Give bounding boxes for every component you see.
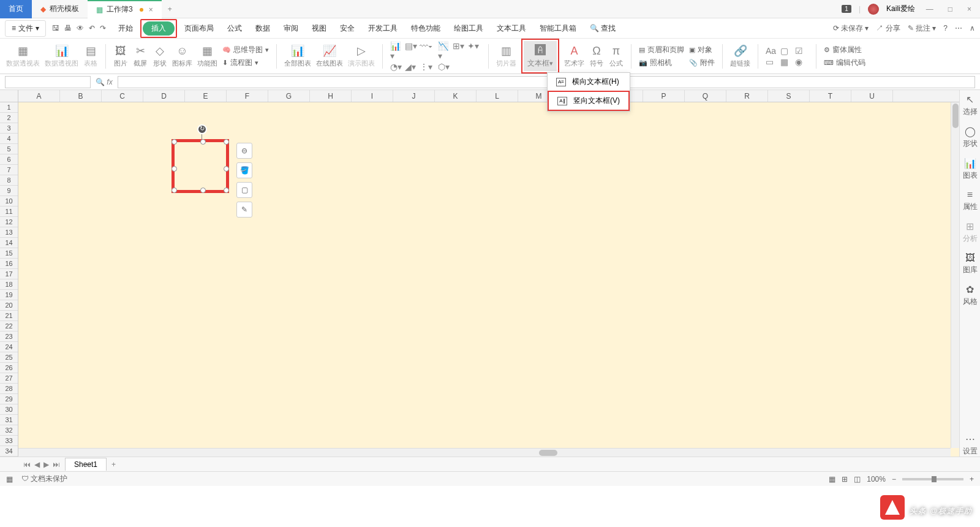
status-protect[interactable]: 🛡 文档未保护 xyxy=(21,474,67,484)
textbox-vertical-option[interactable]: A‖ 竖向文本框(V) xyxy=(548,91,630,111)
menu-insert[interactable]: 插入 xyxy=(143,21,175,36)
row-header-32[interactable]: 32 xyxy=(0,425,18,436)
row-header-8[interactable]: 8 xyxy=(0,175,18,186)
symbol-button[interactable]: Ω符号 xyxy=(589,44,604,68)
row-header-19[interactable]: 19 xyxy=(0,290,18,300)
shapes-button[interactable]: ◇形状 xyxy=(153,44,167,68)
row-header-23[interactable]: 23 xyxy=(0,332,18,342)
col-header-D[interactable]: D xyxy=(143,90,185,102)
preview-icon[interactable]: 👁 xyxy=(77,24,84,32)
zoom-slider[interactable] xyxy=(902,478,963,480)
rp-gallery[interactable]: 🖼图库 xyxy=(963,252,978,275)
row-header-24[interactable]: 24 xyxy=(0,342,18,352)
attachment-button[interactable]: 📎 附件 xyxy=(689,58,715,68)
col-header-I[interactable]: I xyxy=(352,90,393,102)
col-header-T[interactable]: T xyxy=(810,90,851,102)
online-chart-button[interactable]: 📈在线图表 xyxy=(316,44,343,68)
col-header-U[interactable]: U xyxy=(851,90,893,102)
resize-handle-bl[interactable] xyxy=(172,188,177,193)
combo-chart-icon[interactable]: ⊞▾ xyxy=(453,41,466,61)
pie-chart-icon[interactable]: ◔▾ xyxy=(390,62,404,72)
line-chart-icon[interactable]: 〰▾ xyxy=(420,41,433,61)
view-break-icon[interactable]: ◫ xyxy=(854,475,861,483)
wordart-button[interactable]: A艺术字 xyxy=(564,44,584,68)
row-header-22[interactable]: 22 xyxy=(0,321,18,332)
more-chart-icon[interactable]: ⬡▾ xyxy=(438,62,451,72)
textbox-button[interactable]: 🅰文本框▾ xyxy=(524,41,557,71)
row-header-31[interactable]: 31 xyxy=(0,415,18,425)
hbar-chart-icon[interactable]: ▤▾ xyxy=(405,41,418,61)
col-header-P[interactable]: P xyxy=(643,90,685,102)
more-icon[interactable]: ⋯ xyxy=(955,24,962,32)
resize-handle-br[interactable] xyxy=(224,188,229,193)
col-header-F[interactable]: F xyxy=(227,90,268,102)
rp-props[interactable]: ≡属性 xyxy=(963,189,978,212)
tab-home[interactable]: 首页 xyxy=(0,0,32,18)
row-header-18[interactable]: 18 xyxy=(0,279,18,290)
menu-formula[interactable]: 公式 xyxy=(221,21,248,36)
zoom-out[interactable]: − xyxy=(892,475,896,483)
row-header-27[interactable]: 27 xyxy=(0,373,18,384)
menu-features[interactable]: 特色功能 xyxy=(405,21,447,36)
tab-workbook[interactable]: ▦ 工作簿3 × xyxy=(88,0,162,18)
radar-chart-icon[interactable]: ✦▾ xyxy=(467,41,481,61)
unsaved-status[interactable]: ⟳ 未保存 ▾ xyxy=(833,23,869,34)
resize-handle-tl[interactable] xyxy=(172,139,177,145)
tab-add-button[interactable]: + xyxy=(162,5,178,13)
form-icon-2[interactable]: ▢ xyxy=(780,46,794,56)
area-chart-icon[interactable]: ◢▾ xyxy=(405,62,418,72)
row-header-15[interactable]: 15 xyxy=(0,248,18,259)
maximize-button[interactable]: □ xyxy=(944,2,956,16)
resize-handle-mr[interactable] xyxy=(224,166,229,172)
notification-badge[interactable]: 1 xyxy=(842,5,851,13)
undo-icon[interactable]: ↶ xyxy=(89,24,95,32)
row-header-4[interactable]: 4 xyxy=(0,134,18,144)
textbox-horizontal-option[interactable]: A≡ 横向文本框(H) xyxy=(548,73,630,91)
sheet-nav-prev[interactable]: ◀ xyxy=(34,460,40,469)
row-header-6[interactable]: 6 xyxy=(0,154,18,165)
float-tool-outline[interactable]: ▢ xyxy=(236,182,252,198)
menu-data[interactable]: 数据 xyxy=(249,21,276,36)
col-header-R[interactable]: R xyxy=(726,90,768,102)
picture-button[interactable]: 🖼图片 xyxy=(113,44,128,68)
col-header-H[interactable]: H xyxy=(310,90,352,102)
rp-analyze[interactable]: ⊞分析 xyxy=(963,221,978,244)
view-layout-icon[interactable]: ⊞ xyxy=(842,475,848,483)
resize-handle-bm[interactable] xyxy=(200,188,206,193)
menu-drawing[interactable]: 绘图工具 xyxy=(448,21,489,36)
menu-devtools[interactable]: 开发工具 xyxy=(362,21,404,36)
resize-handle-ml[interactable] xyxy=(172,166,177,172)
form-icon-5[interactable]: ▦ xyxy=(780,57,794,67)
chart-type-grid[interactable]: 📊▾▤▾〰▾ ◔▾◢▾⋮▾ xyxy=(390,41,433,72)
minimize-button[interactable]: — xyxy=(922,2,937,16)
select-all-corner[interactable] xyxy=(0,90,18,102)
row-header-21[interactable]: 21 xyxy=(0,311,18,321)
row-header-2[interactable]: 2 xyxy=(0,113,18,123)
row-header-5[interactable]: 5 xyxy=(0,144,18,154)
form-icon-3[interactable]: ☑ xyxy=(795,46,809,56)
smartart-button[interactable]: ▦功能图 xyxy=(197,44,217,68)
object-button[interactable]: ▣ 对象 xyxy=(689,45,715,55)
row-header-3[interactable]: 3 xyxy=(0,123,18,134)
menu-search[interactable]: 🔍 查找 xyxy=(584,21,622,36)
menu-review[interactable]: 审阅 xyxy=(277,21,304,36)
menu-smart[interactable]: 智能工具箱 xyxy=(533,21,582,36)
row-header-29[interactable]: 29 xyxy=(0,394,18,404)
form-icon-1[interactable]: Aa xyxy=(766,46,779,56)
view-normal-icon[interactable]: ▦ xyxy=(829,475,835,483)
menu-security[interactable]: 安全 xyxy=(334,21,361,36)
form-icon-6[interactable]: ◉ xyxy=(795,57,809,67)
selected-shape[interactable] xyxy=(172,139,229,193)
sheet-add-button[interactable]: + xyxy=(107,460,121,469)
file-menu[interactable]: ≡文件▾ xyxy=(5,20,46,37)
tab-close-button[interactable]: × xyxy=(149,6,153,14)
col-header-C[interactable]: C xyxy=(102,90,143,102)
mindmap-button[interactable]: 🧠 思维导图 ▾ xyxy=(222,45,269,55)
row-header-25[interactable]: 25 xyxy=(0,352,18,363)
zoom-in[interactable]: + xyxy=(970,475,974,483)
chart-type-grid-2[interactable]: 📉▾⊞▾ ✦▾⬡▾ xyxy=(438,41,481,72)
rp-style[interactable]: ✿风格 xyxy=(963,284,978,307)
cells-area[interactable]: ⊖ 🪣 ▢ ✎ xyxy=(18,102,959,457)
tab-template[interactable]: ◆ 稻壳模板 xyxy=(32,0,88,18)
row-header-33[interactable]: 33 xyxy=(0,436,18,446)
